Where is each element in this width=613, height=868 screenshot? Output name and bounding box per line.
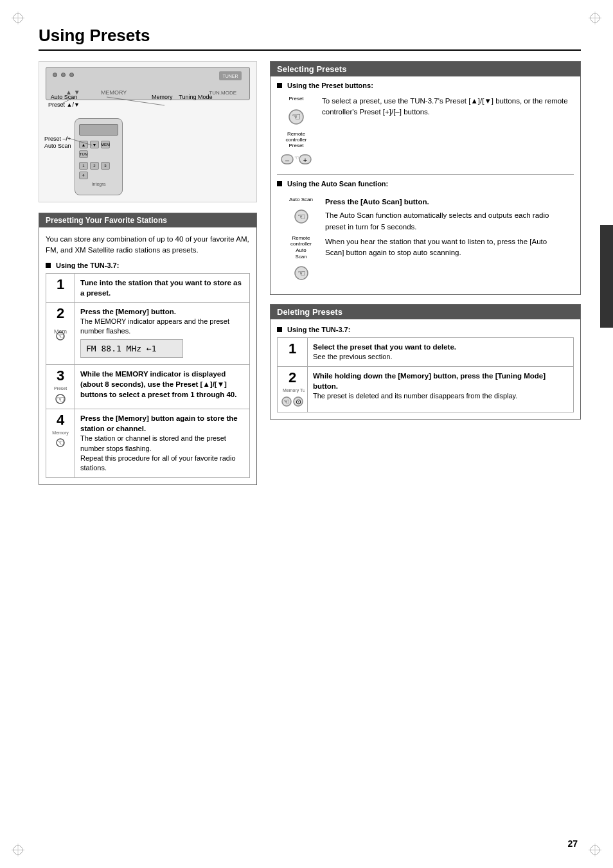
del-step-1-content: Select the preset that you want to delet…: [308, 338, 574, 366]
svg-text:☜: ☜: [283, 398, 290, 405]
using-tun-label: Using the TUN-3.7:: [46, 261, 250, 269]
autoscan-button-icon: ☜: [289, 203, 314, 227]
step-3-content: While the MEMORY indicator is displayed …: [75, 365, 250, 409]
table-row: 1 Tune into the station that you want to…: [46, 273, 250, 302]
presetting-intro: You can store any combination of up to 4…: [46, 234, 250, 256]
step-2-num-cell: 2 Mem ☜: [46, 302, 75, 364]
del-step-1-number: 1: [280, 342, 305, 356]
table-row: 2 Mem ☜: [46, 302, 250, 364]
del-step-1-title: Select the preset that you want to delet…: [313, 342, 568, 352]
presetting-content: You can store any combination of up to 4…: [39, 227, 256, 484]
preset-icon-area: Preset ☜ Remote controller Preset: [277, 96, 315, 169]
del-step-2-num: 2 Memory Tuning Mode ☜ ⊙: [278, 366, 308, 412]
autoscan-icons: Auto Scan ☜ Remote controller Auto Scan: [283, 197, 319, 284]
corner-mark-br: [589, 844, 601, 856]
step-1-content: Tune into the station that you want to s…: [75, 273, 250, 302]
autoscan-desc2: When you hear the station that you want …: [325, 236, 567, 259]
step-2-desc: The MEMORY indicator appears and the pre…: [80, 317, 244, 337]
device-image-area: TUNER ▲ ▼ MEMORY TUN.MODE Auto Scan Pres…: [39, 61, 257, 202]
bullet-icon: [46, 263, 51, 268]
table-row: 1 Select the preset that you want to del…: [278, 338, 574, 366]
remote-autoscan-icon: ☜: [289, 260, 314, 284]
step-4-title: Press the [Memory] button again to store…: [80, 413, 244, 434]
bullet-icon: [277, 181, 282, 186]
del-step-2-desc: The preset is deleted and its number dis…: [313, 391, 568, 401]
svg-text:☜: ☜: [57, 332, 64, 341]
corner-mark-tr: [589, 12, 601, 24]
step-2-title: Press the [Memory] button.: [80, 306, 244, 317]
auto-scan2-label: Auto Scan: [283, 247, 319, 260]
svg-text:Preset: Preset: [54, 386, 67, 391]
left-column: TUNER ▲ ▼ MEMORY TUN.MODE Auto Scan Pres…: [39, 61, 257, 492]
step-4-desc: The station or channel is stored and the…: [80, 434, 244, 474]
autoscan-text: Press the [Auto Scan] button. The Auto S…: [325, 197, 567, 258]
step-3-title: While the MEMORY indicator is displayed …: [80, 369, 244, 400]
step-4-number: 4: [49, 413, 72, 427]
page-number: 27: [567, 838, 578, 849]
svg-text:☜: ☜: [297, 211, 305, 222]
del-step-2-number: 2: [280, 371, 305, 385]
table-row: 3 Preset ☜ While the: [46, 365, 250, 409]
step-1-title: Tune into the station that you want to s…: [80, 278, 244, 298]
label-autoscan-preset: Auto Scan Preset ▲/▼: [48, 94, 80, 109]
svg-text:+: +: [303, 156, 307, 164]
autoscan-label: Auto Scan: [283, 197, 319, 202]
del-step-1-desc: See the previous section.: [313, 352, 568, 362]
svg-text:Memory Tuning Mode: Memory Tuning Mode: [283, 388, 305, 393]
del-step-2-content: While holding down the [Memory] button, …: [308, 366, 574, 412]
main-layout: TUNER ▲ ▼ MEMORY TUN.MODE Auto Scan Pres…: [39, 61, 581, 492]
del-step-1-num: 1: [278, 338, 308, 366]
selecting-section: Selecting Presets Using the Preset butto…: [270, 61, 581, 295]
svg-text:☜: ☜: [297, 268, 305, 278]
bullet-icon: [277, 83, 282, 88]
autoscan-subsection: Using the Auto Scan function: Auto Scan …: [271, 175, 580, 294]
step-3-icon: Preset ☜: [49, 385, 72, 405]
autoscan-icon-group2: Remote controller Auto Scan ☜: [283, 235, 319, 284]
remote-preset-label: Preset: [277, 143, 315, 148]
remote-preset-icon: – + ☜: [280, 150, 312, 169]
presetting-header: Presetting Your Favorite Stations: [39, 213, 256, 227]
autoscan-title: Press the [Auto Scan] button.: [325, 197, 567, 208]
remote-controller-label: Remote controller: [277, 131, 315, 143]
deleting-content: Using the TUN-3.7: 1 Select the preset t…: [271, 319, 580, 418]
svg-text:☜: ☜: [57, 394, 65, 404]
step-3-num-cell: 3 Preset ☜: [46, 365, 75, 409]
del-step-2-icon: Memory Tuning Mode ☜ ⊙: [280, 387, 305, 408]
deleting-section: Deleting Presets Using the TUN-3.7: 1: [270, 304, 581, 419]
fm-display: FM 88.1 MHz ←1: [80, 339, 183, 359]
page-title: Using Presets: [39, 26, 581, 51]
using-autoscan-label: Using the Auto Scan function:: [277, 180, 574, 188]
bullet-icon: [277, 327, 282, 332]
del-step-2-title: While holding down the [Memory] button, …: [313, 371, 568, 391]
deleting-header: Deleting Presets: [271, 305, 580, 319]
svg-text:☜: ☜: [57, 438, 64, 447]
autoscan-content: Auto Scan ☜ Remote controller Auto Scan: [277, 191, 574, 289]
autoscan-desc1: The Auto Scan function automatically sel…: [325, 210, 567, 233]
step-1-number: 1: [49, 278, 72, 292]
svg-text:☜: ☜: [292, 111, 301, 122]
step-4-icon: Memory ☜: [49, 430, 72, 448]
remote-controller2-label: Remote controller: [283, 235, 319, 247]
using-tun-deleting-label: Using the TUN-3.7:: [277, 326, 574, 333]
steps-table: 1 Tune into the station that you want to…: [46, 273, 250, 478]
corner-mark-bl: [12, 844, 24, 856]
svg-text:Memory: Memory: [52, 430, 69, 436]
label-preset-minus-plus: Preset –/+ Auto Scan: [44, 136, 71, 150]
remote-device: ▲ ▼ MEM TUN 1 2 3 4 Integra: [75, 118, 123, 195]
svg-text:☜: ☜: [294, 155, 299, 161]
presetting-section: Presetting Your Favorite Stations You ca…: [39, 213, 257, 485]
deleting-steps-table: 1 Select the preset that you want to del…: [277, 337, 574, 412]
preset-buttons-subsection: Using the Preset buttons: Preset ☜ Remot…: [271, 76, 580, 174]
step-2-content: Press the [Memory] button. The MEMORY in…: [75, 302, 250, 364]
step-2-icon: Mem ☜: [49, 323, 72, 341]
right-tab: [600, 225, 613, 328]
preset-icons-text: Preset ☜ Remote controller Preset: [277, 93, 574, 172]
svg-text:–: –: [285, 156, 290, 164]
step-1-num-cell: 1: [46, 273, 75, 302]
autoscan-icon-group1: Auto Scan ☜: [283, 197, 319, 227]
table-row: 4 Memory ☜ Press the: [46, 409, 250, 478]
label-memory-tuning: Memory Tuning Mode: [152, 94, 213, 102]
step-4-num-cell: 4 Memory ☜: [46, 409, 75, 478]
table-row: 2 Memory Tuning Mode ☜ ⊙: [278, 366, 574, 412]
selecting-header: Selecting Presets: [271, 62, 580, 76]
